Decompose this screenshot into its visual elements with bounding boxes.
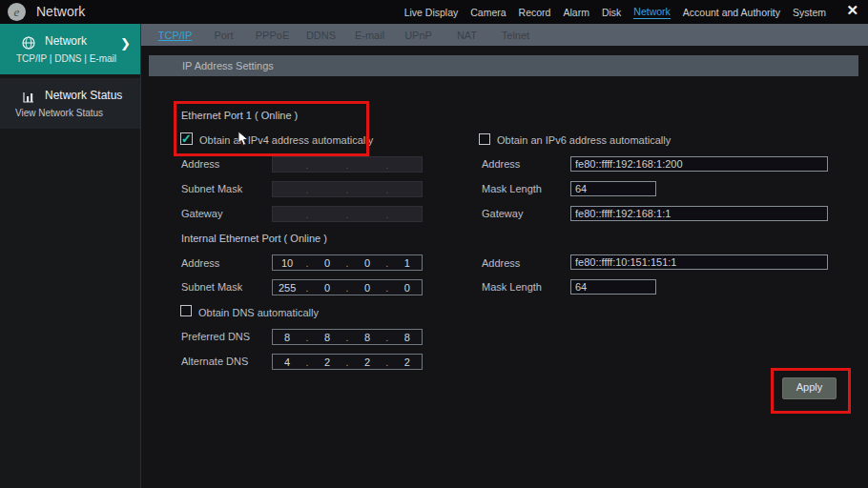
menu-item-live-display[interactable]: Live Display <box>404 7 459 18</box>
ipv4-address-field <box>272 156 423 173</box>
alternate-dns-field[interactable]: 4222 <box>272 354 423 370</box>
tab-nat[interactable]: NAT <box>443 30 491 41</box>
tab-port[interactable]: Port <box>199 30 248 41</box>
obtain-ipv6-label: Obtain an IPv6 address automatically <box>497 134 671 146</box>
dot-separator <box>341 159 353 171</box>
section-header-ip-address-settings: IP Address Settings <box>149 55 858 76</box>
sidebar-status-title: Network Status <box>45 89 122 102</box>
mask-length-label: Mask Length <box>482 183 542 194</box>
tab-email[interactable]: E-mail <box>345 30 394 41</box>
tab-pppoe[interactable]: PPPoE <box>248 30 297 41</box>
octet: 255 <box>273 282 301 294</box>
obtain-ipv4-label: Obtain an IPv4 address automatically <box>199 134 373 146</box>
tab-telnet[interactable]: Telnet <box>491 30 540 41</box>
octet: 1 <box>393 257 422 269</box>
octet: 2 <box>393 356 422 368</box>
ipv6-gateway-label: Gateway <box>482 208 523 219</box>
octet: 8 <box>313 332 341 343</box>
octet: 0 <box>393 282 422 294</box>
main-menu: Live Display Camera Record Alarm Disk Ne… <box>404 0 826 24</box>
dot-separator <box>382 356 393 368</box>
internal-ipv6-address-label: Address <box>482 257 520 269</box>
internal-mask-length-input[interactable] <box>570 279 656 295</box>
octet: 0 <box>353 282 382 294</box>
globe-icon <box>22 36 35 50</box>
octet: 0 <box>313 282 341 294</box>
internal-address-label: Address <box>181 257 219 269</box>
sidebar-item-network-status[interactable]: Network Status View Network Status <box>0 78 140 129</box>
dot-separator <box>301 282 313 294</box>
octet: 10 <box>273 257 301 269</box>
ipv4-address-label: Address <box>181 158 219 170</box>
menu-item-disk[interactable]: Disk <box>602 7 621 18</box>
ipv4-gateway-field <box>272 206 423 222</box>
ipv6-gateway-input[interactable] <box>570 206 828 221</box>
octet: 0 <box>353 257 382 269</box>
dot-separator <box>301 159 313 171</box>
network-settings-window: e Network Live Display Camera Record Ala… <box>0 0 868 488</box>
dot-separator <box>341 184 353 195</box>
octet: 2 <box>313 356 341 368</box>
dot-separator <box>382 184 393 195</box>
menu-item-camera[interactable]: Camera <box>470 7 506 18</box>
chevron-right-icon: ❯ <box>120 36 131 51</box>
internal-port-title: Internal Ethernet Port ( Online ) <box>181 233 327 244</box>
mask-length-input[interactable] <box>570 181 656 196</box>
alternate-dns-label: Alternate DNS <box>181 356 248 367</box>
dot-separator <box>341 282 353 294</box>
ipv6-address-input[interactable] <box>570 156 828 172</box>
tab-bar: TCP/IP Port PPPoE DDNS E-mail UPnP NAT T… <box>141 24 868 46</box>
dot-separator <box>301 184 313 195</box>
internal-subnet-label: Subnet Mask <box>181 281 242 293</box>
obtain-dns-label: Obtain DNS automatically <box>198 307 319 318</box>
dot-separator <box>341 209 353 220</box>
internal-mask-length-label: Mask Length <box>482 281 542 293</box>
close-icon[interactable]: ✕ <box>846 2 858 19</box>
dot-separator <box>301 209 313 220</box>
dot-separator <box>382 159 393 171</box>
apply-button[interactable]: Apply <box>782 377 837 399</box>
dot-separator <box>301 332 313 343</box>
tab-upnp[interactable]: UPnP <box>394 30 443 41</box>
preferred-dns-label: Preferred DNS <box>181 331 250 342</box>
obtain-ipv6-checkbox[interactable] <box>479 133 490 145</box>
sidebar-status-subtitle: View Network Status <box>15 108 103 118</box>
dot-separator <box>341 257 353 269</box>
dot-separator <box>382 282 393 294</box>
ipv4-subnet-label: Subnet Mask <box>181 183 242 194</box>
sidebar-item-network[interactable]: Network ❯ TCP/IP | DDNS | E-mail <box>0 24 140 74</box>
menu-item-system[interactable]: System <box>793 7 826 18</box>
menu-item-account-authority[interactable]: Account and Authority <box>683 7 780 18</box>
tab-tcpip[interactable]: TCP/IP <box>151 30 199 41</box>
title-bar: e Network Live Display Camera Record Ala… <box>0 0 868 24</box>
sidebar-network-subtitle: TCP/IP | DDNS | E-mail <box>16 53 116 64</box>
octet: 0 <box>313 257 341 269</box>
menu-item-record[interactable]: Record <box>519 7 551 18</box>
sidebar: Network ❯ TCP/IP | DDNS | E-mail Network… <box>0 24 141 488</box>
page-title: Network <box>36 4 85 19</box>
internal-ipv6-address-input[interactable] <box>570 254 828 270</box>
dot-separator <box>382 209 393 220</box>
dot-separator <box>341 332 353 343</box>
dot-separator <box>382 257 393 269</box>
bar-chart-icon <box>22 91 35 104</box>
dot-separator <box>382 332 393 343</box>
obtain-ipv4-checkbox[interactable]: ✓ <box>180 132 193 145</box>
dot-separator <box>301 257 313 269</box>
dot-separator <box>341 356 353 368</box>
internal-subnet-field[interactable]: 255000 <box>272 279 423 295</box>
tab-ddns[interactable]: DDNS <box>297 30 345 41</box>
ipv6-address-label: Address <box>482 158 520 170</box>
sidebar-network-title: Network <box>45 34 87 48</box>
preferred-dns-field[interactable]: 8888 <box>272 329 423 345</box>
menu-item-alarm[interactable]: Alarm <box>563 7 589 18</box>
obtain-dns-checkbox[interactable] <box>180 305 192 316</box>
octet: 4 <box>273 356 301 368</box>
ipv4-gateway-label: Gateway <box>181 208 222 219</box>
ethernet-port1-title: Ethernet Port 1 ( Online ) <box>181 110 298 121</box>
octet: 8 <box>393 332 422 343</box>
octet: 2 <box>353 356 382 368</box>
internal-address-field[interactable]: 10001 <box>272 254 423 271</box>
app-logo-icon: e <box>8 3 26 21</box>
menu-item-network[interactable]: Network <box>633 6 671 19</box>
